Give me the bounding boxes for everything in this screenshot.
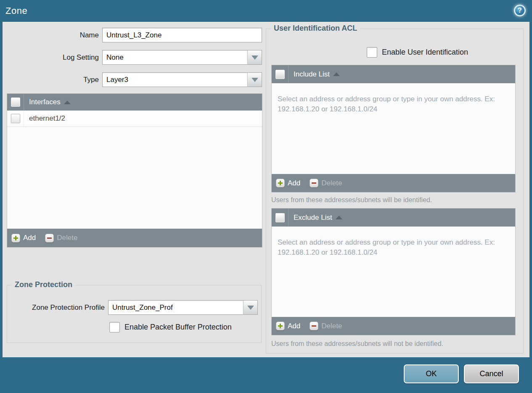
exclude-select-all-cell <box>272 208 288 227</box>
type-input[interactable] <box>102 72 248 87</box>
include-list-footer: Add Delete <box>272 174 515 192</box>
zone-protection-profile-label: Zone Protection Profile <box>7 300 105 315</box>
dialog-titlebar: Zone ? <box>0 0 532 22</box>
interfaces-table-header[interactable]: Interfaces <box>7 94 262 111</box>
delete-icon <box>310 179 318 187</box>
zone-dialog: Zone ? Name Log Setting Type Interfaces <box>0 0 532 393</box>
include-select-all-cell <box>272 65 288 83</box>
delete-icon <box>45 234 54 243</box>
user-identification-acl-section: User Identification ACL Enable User Iden… <box>266 29 524 353</box>
interfaces-select-all-checkbox[interactable] <box>11 98 20 107</box>
interfaces-select-all-cell <box>7 94 24 111</box>
type-label: Type <box>3 72 99 87</box>
interfaces-add-button[interactable]: Add <box>11 234 36 243</box>
sort-ascending-icon <box>64 100 71 104</box>
interfaces-table: Interfaces ethernet1/2 Add Dele <box>7 93 262 248</box>
zone-protection-legend: Zone Protection <box>11 280 76 289</box>
dialog-body: Name Log Setting Type Interfaces <box>3 22 529 357</box>
exclude-delete-button[interactable]: Delete <box>310 322 342 330</box>
zone-protection-section: Zone Protection Zone Protection Profile … <box>7 285 262 343</box>
include-select-all-checkbox[interactable] <box>275 70 285 79</box>
packet-buffer-protection-label: Enable Packet Buffer Protection <box>124 322 232 332</box>
interfaces-table-body: ethernet1/2 <box>7 111 262 229</box>
log-setting-input[interactable] <box>102 50 248 65</box>
interface-row-checkbox[interactable] <box>11 114 20 123</box>
chevron-down-icon <box>251 78 258 82</box>
chevron-down-icon <box>247 306 254 310</box>
include-delete-button[interactable]: Delete <box>310 179 342 187</box>
dialog-title: Zone <box>5 5 27 16</box>
type-dropdown-button[interactable] <box>247 72 262 87</box>
exclude-list-footer: Add Delete <box>272 317 515 335</box>
zone-protection-profile-dropdown-button[interactable] <box>243 300 258 315</box>
exclude-list-placeholder: Select an address or address group or ty… <box>272 227 507 258</box>
add-icon <box>276 179 285 187</box>
log-setting-label: Log Setting <box>3 50 99 65</box>
interface-row-checkbox-cell <box>7 111 24 127</box>
interfaces-header-label: Interfaces <box>29 98 61 106</box>
include-list-caption: Users from these addresses/subnets will … <box>271 196 432 204</box>
include-list-table: Include List Select an address or addres… <box>271 65 516 193</box>
log-setting-dropdown-button[interactable] <box>247 50 262 65</box>
include-list-body[interactable]: Select an address or address group or ty… <box>272 83 515 174</box>
include-list-placeholder: Select an address or address group or ty… <box>272 83 507 114</box>
interface-name: ethernet1/2 <box>29 114 65 123</box>
name-label: Name <box>3 28 99 42</box>
include-add-button[interactable]: Add <box>276 179 300 187</box>
ok-button[interactable]: OK <box>404 364 459 383</box>
include-list-header[interactable]: Include List <box>272 65 515 83</box>
exclude-list-header[interactable]: Exclude List <box>272 208 515 227</box>
sort-ascending-icon <box>336 216 342 219</box>
enable-user-identification-checkbox[interactable] <box>367 47 377 58</box>
user-identification-acl-legend: User Identification ACL <box>270 24 360 33</box>
interfaces-table-footer: Add Delete <box>7 229 262 247</box>
interface-row[interactable]: ethernet1/2 <box>7 111 262 127</box>
chevron-down-icon <box>251 55 258 60</box>
cancel-button[interactable]: Cancel <box>464 364 519 383</box>
zone-protection-profile-input[interactable] <box>108 300 244 315</box>
delete-icon <box>310 322 318 330</box>
add-icon <box>11 234 20 243</box>
help-icon[interactable]: ? <box>514 5 526 16</box>
name-input[interactable] <box>102 28 262 42</box>
add-icon <box>276 322 285 330</box>
exclude-list-table: Exclude List Select an address or addres… <box>271 208 516 335</box>
exclude-select-all-checkbox[interactable] <box>275 213 285 222</box>
enable-user-identification-label: Enable User Identification <box>382 47 468 58</box>
packet-buffer-protection-checkbox[interactable] <box>109 322 120 332</box>
sort-ascending-icon <box>333 72 340 76</box>
exclude-list-body[interactable]: Select an address or address group or ty… <box>272 227 515 317</box>
exclude-list-caption: Users from these addresses/subnets will … <box>271 340 443 348</box>
interfaces-delete-button[interactable]: Delete <box>45 234 77 243</box>
exclude-add-button[interactable]: Add <box>276 322 300 330</box>
